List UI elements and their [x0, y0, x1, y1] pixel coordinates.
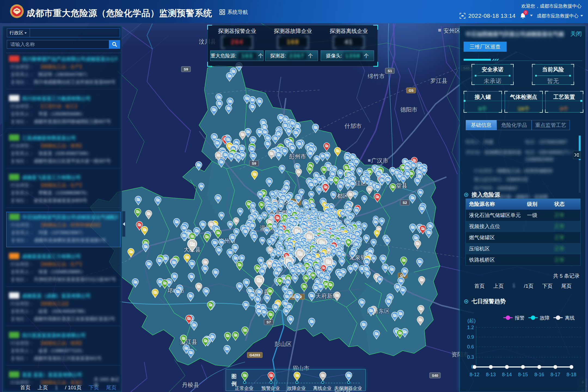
svg-text:S9: S9: [252, 161, 256, 166]
svg-text:1.2: 1.2: [467, 325, 474, 330]
svg-text:S7: S7: [267, 320, 271, 324]
svg-text:安州区: 安州区: [443, 27, 461, 34]
svg-text:彭州市: 彭州市: [289, 153, 306, 160]
svg-text:彭山区: 彭山区: [275, 341, 292, 347]
svg-text:离线: 离线: [565, 315, 575, 321]
svg-text:绵竹市: 绵竹市: [368, 73, 385, 79]
svg-text:8-13: 8-13: [486, 372, 496, 377]
svg-text:8-18: 8-18: [566, 372, 576, 377]
svg-text:德阳市: 德阳市: [400, 106, 418, 113]
svg-text:S9: S9: [184, 67, 188, 71]
svg-text:0.9: 0.9: [467, 334, 474, 340]
svg-text:8-14: 8-14: [502, 372, 512, 377]
svg-text:8-12: 8-12: [470, 372, 479, 377]
svg-text:广汉市: 广汉市: [371, 157, 388, 164]
svg-text:0.6: 0.6: [467, 344, 474, 350]
svg-text:8-15: 8-15: [518, 372, 528, 377]
svg-text:G4203: G4203: [249, 353, 260, 357]
svg-text:报警: 报警: [514, 315, 525, 321]
svg-text:8-17: 8-17: [550, 372, 560, 377]
svg-text:(起): (起): [467, 318, 476, 323]
svg-text:S40: S40: [432, 373, 438, 378]
svg-text:8-16: 8-16: [534, 372, 544, 377]
svg-text:S1: S1: [388, 69, 392, 73]
svg-text:G5: G5: [409, 88, 413, 93]
svg-text:什邡市: 什邡市: [344, 123, 362, 129]
svg-text:故障: 故障: [540, 315, 550, 321]
svg-text:罗江县: 罗江县: [430, 78, 448, 84]
svg-text:丹棱县: 丹棱县: [182, 382, 199, 388]
svg-text:S2: S2: [403, 201, 407, 205]
svg-text:0.3: 0.3: [467, 354, 474, 360]
